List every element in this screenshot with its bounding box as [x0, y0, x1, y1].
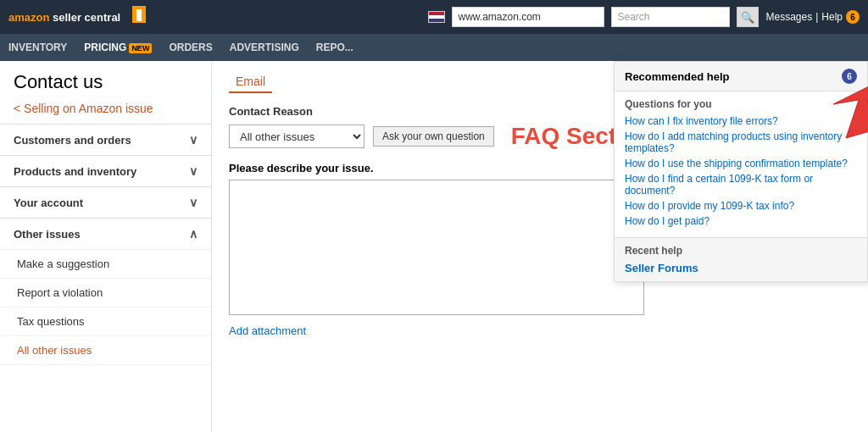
questions-section: Questions for you How can I fix inventor…: [615, 91, 867, 237]
header: amazon seller central www.amazon.com Sea…: [0, 0, 868, 34]
main-layout: Contact us Selling on Amazon issue Custo…: [0, 61, 868, 432]
logo-icon: [131, 6, 147, 28]
add-attachment-link[interactable]: Add attachment: [229, 324, 851, 337]
sidebar: Contact us Selling on Amazon issue Custo…: [0, 61, 212, 432]
subitem-suggestion[interactable]: Make a suggestion: [0, 250, 211, 279]
describe-textarea[interactable]: [229, 180, 644, 315]
chevron-down-icon: ∨: [189, 196, 198, 209]
sidebar-item-account[interactable]: Your account ∨: [0, 186, 211, 218]
question-4[interactable]: How do I provide my 1099-K tax info?: [625, 200, 857, 212]
ask-question-button[interactable]: Ask your own question: [373, 126, 494, 147]
subitem-all-other[interactable]: All other issues: [0, 336, 211, 365]
nav-bar: INVENTORY PRICING ORDERS ADVERTISING REP…: [0, 34, 868, 61]
sidebar-label-account: Your account: [14, 197, 83, 209]
panel-title: Recommended help: [625, 70, 730, 83]
question-1[interactable]: How do I add matching products using inv…: [625, 130, 857, 154]
svg-rect-1: [136, 9, 142, 21]
email-tab[interactable]: Email: [229, 71, 272, 93]
search-button[interactable]: 🔍: [737, 7, 759, 27]
url-bar: www.amazon.com: [452, 7, 604, 27]
chevron-up-icon: ∧: [189, 227, 198, 241]
back-link[interactable]: Selling on Amazon issue: [0, 98, 211, 124]
nav-reports[interactable]: REPO...: [316, 42, 353, 53]
url-text: www.amazon.com: [458, 11, 540, 23]
recommended-help-panel: Recommended help 6 Questions for you How…: [614, 61, 868, 282]
question-3[interactable]: How do I find a certain 1099-K tax form …: [625, 173, 857, 197]
chevron-down-icon: ∨: [189, 164, 198, 178]
search-input[interactable]: Search: [611, 7, 730, 27]
contact-reason-select[interactable]: All other issues: [229, 125, 364, 148]
sidebar-label-products: Products and inventory: [14, 165, 136, 178]
other-issues-submenu: Make a suggestion Report a violation Tax…: [0, 249, 211, 365]
panel-badge: 6: [842, 69, 857, 84]
sidebar-item-customers[interactable]: Customers and orders ∨: [0, 124, 211, 155]
subitem-violation[interactable]: Report a violation: [0, 279, 211, 307]
flag-icon: [428, 11, 445, 23]
recent-help-title: Recent help: [625, 245, 857, 257]
seller-forums-link[interactable]: Seller Forums: [625, 262, 698, 274]
question-0[interactable]: How can I fix inventory file errors?: [625, 115, 857, 127]
question-5[interactable]: How do I get paid?: [625, 215, 857, 227]
logo: amazon seller central: [8, 11, 120, 24]
help-btn[interactable]: Help: [821, 11, 843, 23]
nav-pricing[interactable]: PRICING: [84, 42, 152, 53]
header-buttons: Messages | Help 6: [765, 10, 860, 24]
panel-header: Recommended help 6: [615, 62, 867, 91]
sidebar-label-customers: Customers and orders: [14, 134, 131, 147]
chevron-down-icon: ∨: [189, 133, 198, 147]
notification-badge: 6: [846, 10, 860, 24]
page-title: Contact us: [0, 61, 211, 98]
nav-orders[interactable]: ORDERS: [169, 42, 212, 53]
separator: |: [815, 11, 818, 23]
sidebar-label-other: Other issues: [14, 228, 81, 241]
nav-inventory[interactable]: INVENTORY: [8, 42, 67, 53]
sidebar-item-products[interactable]: Products and inventory ∨: [0, 155, 211, 186]
question-2[interactable]: How do I use the shipping confirmation t…: [625, 158, 857, 169]
messages-btn[interactable]: Messages: [765, 11, 812, 23]
content-area: Email Contact Reason All other issues As…: [212, 61, 868, 432]
nav-advertising[interactable]: ADVERTISING: [230, 42, 299, 53]
sidebar-item-other[interactable]: Other issues ∧: [0, 218, 211, 249]
search-placeholder: Search: [617, 11, 649, 23]
questions-label: Questions for you: [625, 98, 857, 110]
subitem-tax[interactable]: Tax questions: [0, 307, 211, 336]
recent-help-section: Recent help Seller Forums: [615, 237, 867, 281]
